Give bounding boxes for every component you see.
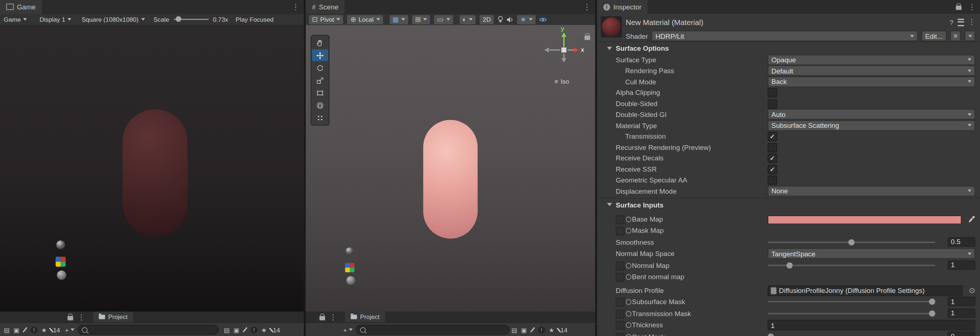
project-left-search-input[interactable] bbox=[90, 326, 214, 334]
alpha-clipping-checkbox[interactable] bbox=[768, 88, 777, 98]
kebab-icon[interactable]: ⋮ bbox=[73, 312, 89, 322]
scene-kebab-icon[interactable]: ⋮ bbox=[579, 0, 595, 14]
effects-dropdown[interactable]: ★ bbox=[517, 14, 536, 25]
normal-map-space-dropdown[interactable]: TangentSpace bbox=[768, 248, 975, 259]
double-sided-gi-dropdown[interactable]: Auto bbox=[768, 109, 975, 119]
star-icon[interactable]: ★ bbox=[549, 326, 554, 333]
custom-tool[interactable] bbox=[312, 112, 328, 124]
gizmo-lock-icon[interactable] bbox=[585, 35, 590, 40]
base-map-texture-slot[interactable] bbox=[616, 216, 624, 224]
kebab-icon[interactable]: ⋮ bbox=[325, 312, 341, 322]
brush-icon[interactable] bbox=[22, 327, 27, 332]
scene-capsule-object[interactable] bbox=[423, 120, 478, 239]
transmission-mask-texture-slot[interactable] bbox=[616, 309, 624, 318]
pen-count-badge[interactable]: 14 bbox=[270, 326, 280, 333]
displacement-mode-dropdown[interactable]: None bbox=[768, 186, 975, 196]
lock-icon[interactable] bbox=[319, 316, 325, 320]
subsurface-mask-value-field[interactable]: 1 bbox=[948, 297, 975, 306]
grid-visibility-toggle[interactable]: ▦ bbox=[388, 14, 409, 25]
double-sided-checkbox[interactable] bbox=[768, 99, 777, 109]
object-picker-icon[interactable]: ⊙ bbox=[969, 286, 975, 295]
alert-icon[interactable]: ! bbox=[250, 326, 257, 333]
doc-icon[interactable]: ▤ bbox=[224, 326, 229, 333]
geometric-specular-aa-checkbox[interactable] bbox=[768, 176, 777, 185]
audio-toggle[interactable] bbox=[506, 16, 514, 23]
scale-tool[interactable] bbox=[312, 74, 328, 86]
move-tool[interactable] bbox=[312, 49, 328, 61]
subsurface-mask-texture-slot[interactable] bbox=[616, 298, 624, 307]
scene-gray-sphere-object[interactable] bbox=[347, 276, 355, 285]
shader-edit-button[interactable]: Edit... bbox=[921, 31, 946, 41]
game-viewport[interactable] bbox=[0, 25, 304, 312]
shader-more-button[interactable] bbox=[965, 31, 975, 41]
normal-map-slider-knob[interactable] bbox=[786, 262, 792, 268]
game-gray-sphere-object[interactable] bbox=[57, 271, 66, 280]
diffusion-profile-object-field[interactable]: DiffusionProfileJonny (Diffusion Profile… bbox=[768, 285, 963, 296]
create-asset-button[interactable]: + bbox=[62, 326, 78, 333]
inspector-lock-icon[interactable] bbox=[956, 6, 961, 10]
coat-mask-slider-knob[interactable] bbox=[768, 333, 774, 336]
star-icon[interactable]: ★ bbox=[41, 326, 47, 333]
create-asset-button[interactable]: + bbox=[340, 326, 356, 333]
coat-mask-texture-slot[interactable] bbox=[616, 333, 624, 336]
surface-options-foldout[interactable]: Surface Options bbox=[597, 41, 980, 54]
thickness-value-field[interactable]: 1 bbox=[768, 320, 975, 331]
presets-icon[interactable] bbox=[958, 19, 964, 26]
gizmo-y-label[interactable]: y bbox=[561, 25, 564, 32]
normal-map-texture-slot[interactable] bbox=[616, 262, 624, 270]
game-reflective-sphere-object[interactable] bbox=[56, 241, 65, 249]
game-kebab-icon[interactable]: ⋮ bbox=[287, 0, 304, 14]
help-icon[interactable]: ? bbox=[950, 19, 953, 26]
pen-count-badge[interactable]: 14 bbox=[558, 326, 568, 333]
star-icon[interactable]: ★ bbox=[261, 326, 267, 333]
display-target-dropdown[interactable]: Game bbox=[0, 14, 31, 25]
2d-toggle[interactable]: 2D bbox=[479, 14, 495, 25]
rect-tool[interactable] bbox=[312, 87, 328, 99]
gizmo-z-arrow-icon[interactable] bbox=[544, 48, 549, 52]
surface-inputs-foldout[interactable]: Surface Inputs bbox=[597, 198, 980, 211]
view-hand-tool[interactable] bbox=[312, 37, 328, 49]
tab-project-left[interactable]: Project bbox=[93, 312, 134, 322]
gizmo-down-arrow-icon[interactable] bbox=[562, 58, 566, 62]
surface-type-dropdown[interactable]: Opaque bbox=[768, 54, 975, 65]
scene-visibility-toggle[interactable] bbox=[539, 17, 547, 22]
material-preview-thumbnail[interactable] bbox=[601, 16, 622, 38]
gizmo-x-arrow-icon[interactable] bbox=[574, 48, 579, 52]
measure-toggle[interactable]: ▭ bbox=[433, 14, 454, 25]
projection-mode[interactable]: ≡ Iso bbox=[555, 78, 569, 85]
rotate-tool[interactable] bbox=[312, 62, 328, 74]
pivot-dropdown[interactable]: ⊡ Pivot bbox=[308, 14, 344, 25]
thickness-texture-slot[interactable] bbox=[616, 321, 624, 330]
base-map-color-swatch[interactable] bbox=[768, 216, 961, 224]
aspect-ratio-dropdown[interactable]: Square (1080x1080) bbox=[78, 14, 149, 25]
brush-icon[interactable] bbox=[242, 327, 248, 332]
mask-map-texture-slot[interactable] bbox=[616, 227, 624, 236]
scene-color-checker-cube-object[interactable] bbox=[345, 263, 355, 272]
draw-mode-dropdown[interactable]: ◐ bbox=[458, 14, 476, 25]
scene-viewport[interactable]: y x ≡ Iso bbox=[305, 25, 595, 312]
subsurface-mask-slider-knob[interactable] bbox=[929, 299, 935, 305]
header-kebab-icon[interactable]: ⋮ bbox=[969, 18, 975, 26]
inspector-kebab-icon[interactable]: ⋮ bbox=[964, 0, 980, 14]
layers-icon[interactable]: ▣ bbox=[521, 326, 527, 333]
lock-icon[interactable] bbox=[67, 316, 73, 320]
scale-slider-knob[interactable] bbox=[176, 16, 181, 22]
alert-icon[interactable]: ! bbox=[538, 326, 545, 333]
shader-menu-button[interactable]: ≡ bbox=[950, 31, 961, 41]
transmission-mask-slider[interactable] bbox=[768, 313, 935, 314]
tab-game[interactable]: Game bbox=[0, 0, 42, 14]
doc-icon[interactable]: ▤ bbox=[4, 326, 10, 333]
subsurface-mask-slider[interactable] bbox=[768, 301, 935, 302]
gizmo-center-cube[interactable] bbox=[562, 48, 566, 52]
lighting-toggle[interactable] bbox=[497, 16, 504, 23]
bent-normal-map-texture-slot[interactable] bbox=[616, 273, 624, 282]
receive-decals-checkbox[interactable]: ✓ bbox=[768, 154, 777, 163]
layers-icon[interactable]: ▣ bbox=[234, 326, 239, 333]
eyedropper-icon[interactable] bbox=[969, 216, 975, 224]
snap-toggle[interactable]: ⊞ bbox=[411, 14, 431, 25]
display-number-dropdown[interactable]: Display 1 bbox=[36, 14, 75, 25]
smoothness-value-field[interactable]: 0.5 bbox=[948, 237, 975, 247]
rendering-pass-dropdown[interactable]: Default bbox=[768, 65, 975, 76]
project-right-search[interactable] bbox=[356, 325, 509, 335]
scene-reflective-sphere-object[interactable] bbox=[346, 247, 353, 255]
